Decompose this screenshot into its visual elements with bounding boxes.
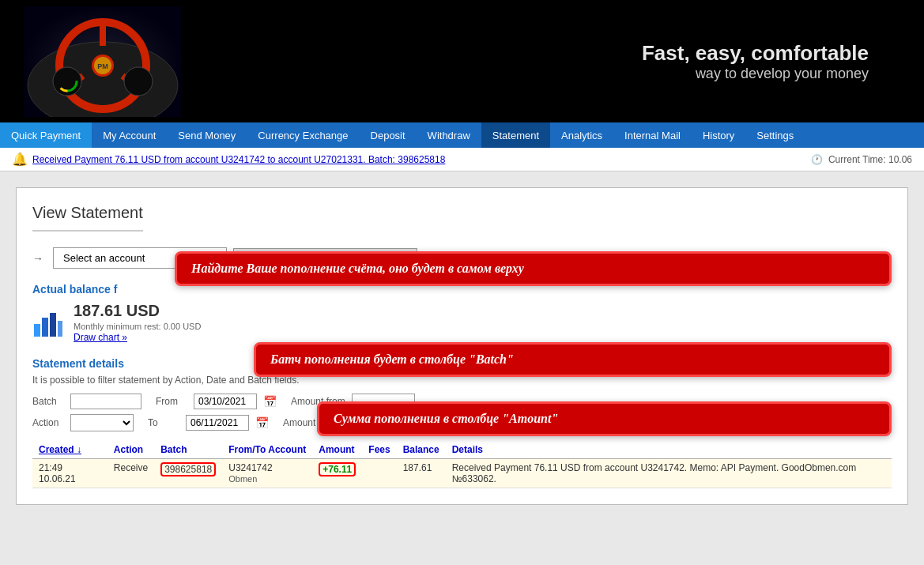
clock-icon: 🕐 xyxy=(811,154,823,165)
svg-rect-14 xyxy=(42,318,48,337)
svg-text:PM: PM xyxy=(97,62,108,70)
statement-details-title: Statement details xyxy=(32,357,892,370)
nav-withdraw[interactable]: Withdraw xyxy=(417,122,481,148)
amount-to-label: Amount to xyxy=(283,417,326,428)
calendar-from-icon[interactable]: 📅 xyxy=(263,395,277,408)
account-select[interactable]: Select an account xyxy=(53,247,227,269)
account-select-row: → Select an account Show the statement f… xyxy=(32,247,892,269)
svg-rect-13 xyxy=(34,324,40,337)
from-label: From xyxy=(156,396,187,407)
th-batch[interactable]: Batch xyxy=(154,441,222,459)
main-content: View Statement → Select an account Show … xyxy=(0,171,924,565)
actual-balance-title: Actual balance f xyxy=(32,283,892,296)
nav-my-account[interactable]: My Account xyxy=(92,122,167,148)
nav-statement[interactable]: Statement xyxy=(481,122,550,148)
cell-balance: 187.61 xyxy=(397,459,446,488)
amount-from-label: Amount from xyxy=(291,396,345,407)
svg-point-10 xyxy=(124,67,153,96)
page-title: View Statement xyxy=(32,204,143,232)
notification-link[interactable]: Received Payment 76.11 USD from account … xyxy=(32,154,445,165)
show-statement-button[interactable]: Show the statement for this account xyxy=(233,248,417,268)
from-to-account: U3241742Obmen xyxy=(228,462,272,484)
tagline-line1: Fast, easy, comfortable xyxy=(642,41,869,66)
nav-deposit[interactable]: Deposit xyxy=(360,122,417,148)
nav-quick-payment[interactable]: Quick Payment xyxy=(0,122,92,148)
table-row: 21:49 10.06.21 Receive 398625818 U324174… xyxy=(32,459,892,488)
balance-info: 187.61 USD Monthly minimum rest: 0.00 US… xyxy=(74,302,201,343)
tagline-line2: way to develop your money xyxy=(642,66,869,82)
logo-area: PM xyxy=(24,6,198,117)
amount-to-input[interactable] xyxy=(333,415,396,431)
filter-description: It is possible to filter statement by Ac… xyxy=(32,375,892,386)
amount-value: +76.11 xyxy=(319,462,356,476)
th-fees[interactable]: Fees xyxy=(362,441,396,459)
notification-bar: 🔔 Received Payment 76.11 USD from accoun… xyxy=(0,148,924,171)
batch-label: Batch xyxy=(32,396,64,407)
action-select[interactable] xyxy=(70,414,134,431)
balance-min: Monthly minimum rest: 0.00 USD xyxy=(74,322,201,331)
th-details[interactable]: Details xyxy=(446,441,892,459)
svg-rect-15 xyxy=(50,313,56,337)
notification-content: 🔔 Received Payment 76.11 USD from accoun… xyxy=(12,152,445,167)
nav-internal-mail[interactable]: Internal Mail xyxy=(613,122,692,148)
th-action[interactable]: Action xyxy=(107,441,154,459)
cell-action: Receive xyxy=(107,459,154,488)
from-date-input[interactable] xyxy=(194,394,257,409)
nav-send-money[interactable]: Send Money xyxy=(167,122,247,148)
filter-row-2: Action To 📅 Amount to xyxy=(32,414,892,431)
th-created[interactable]: Created ↓ xyxy=(32,441,107,459)
bell-icon: 🔔 xyxy=(12,152,28,167)
nav-currency-exchange[interactable]: Currency Exchange xyxy=(247,122,359,148)
filter-row-1: Batch From 📅 Amount from xyxy=(32,394,892,409)
cell-created: 21:49 10.06.21 xyxy=(32,459,107,488)
balance-chart-icon xyxy=(32,307,64,338)
balance-row: 187.61 USD Monthly minimum rest: 0.00 US… xyxy=(32,302,892,343)
steering-wheel-icon: PM xyxy=(24,6,182,117)
draw-chart-link[interactable]: Draw chart » xyxy=(74,332,127,343)
nav-history[interactable]: History xyxy=(692,122,745,148)
nav-settings[interactable]: Settings xyxy=(745,122,805,148)
cell-amount: +76.11 xyxy=(312,459,362,488)
th-balance[interactable]: Balance xyxy=(397,441,446,459)
header: PM Fast, easy, comfortable way to develo… xyxy=(0,0,924,122)
main-nav: Quick Payment My Account Send Money Curr… xyxy=(0,122,924,148)
batch-value: 398625818 xyxy=(160,462,216,476)
nav-analytics[interactable]: Analytics xyxy=(550,122,613,148)
header-tagline: Fast, easy, comfortable way to develop y… xyxy=(642,41,900,82)
actual-balance-section: Actual balance f 187.61 USD Monthly mini… xyxy=(32,283,892,343)
arrow-indicator: → xyxy=(32,252,43,265)
balance-amount: 187.61 USD xyxy=(74,302,201,320)
svg-rect-16 xyxy=(58,321,62,337)
cell-batch: 398625818 xyxy=(154,459,222,488)
amount-from-input[interactable] xyxy=(352,394,415,409)
statement-details-section: Statement details It is possible to filt… xyxy=(32,357,892,431)
th-amount[interactable]: Amount xyxy=(312,441,362,459)
to-label: To xyxy=(148,417,179,428)
batch-input[interactable] xyxy=(70,394,141,409)
statement-table: Created ↓ Action Batch From/To Account A… xyxy=(32,441,892,488)
cell-from-to: U3241742Obmen xyxy=(222,459,312,488)
to-date-input[interactable] xyxy=(186,415,249,431)
action-label: Action xyxy=(32,417,64,428)
current-time: 🕐 Current Time: 10.06 xyxy=(811,154,912,165)
calendar-to-icon[interactable]: 📅 xyxy=(255,416,269,429)
th-from-to[interactable]: From/To Account xyxy=(222,441,312,459)
view-statement-box: View Statement → Select an account Show … xyxy=(16,187,908,505)
cell-details: Received Payment 76.11 USD from account … xyxy=(446,459,892,488)
cell-fees xyxy=(362,459,396,488)
